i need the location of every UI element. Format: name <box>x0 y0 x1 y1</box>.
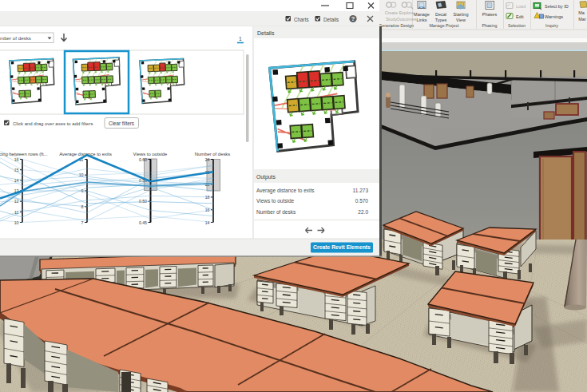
svg-text:Clear filters: Clear filters <box>109 121 134 126</box>
svg-text:Manage Project: Manage Project <box>429 23 459 28</box>
svg-text:Number of desks: Number of desks <box>195 152 231 156</box>
svg-text:Select by ID: Select by ID <box>545 4 569 9</box>
svg-text:?: ? <box>351 15 355 22</box>
svg-text:Charts: Charts <box>294 17 309 22</box>
svg-text:Inquiry: Inquiry <box>545 23 558 28</box>
svg-text:0.45: 0.45 <box>139 220 147 225</box>
svg-text:Generative Design: Generative Design <box>379 23 414 28</box>
svg-text:0.60: 0.60 <box>139 157 147 162</box>
svg-text:0.570: 0.570 <box>355 198 369 204</box>
svg-text:Click and drag over axes to ad: Click and drag over axes to add filters <box>13 121 93 126</box>
svg-text:Warnings: Warnings <box>545 14 563 19</box>
svg-text:Explore: Explore <box>399 10 414 15</box>
svg-text:11.273: 11.273 <box>353 188 369 193</box>
svg-text:1: 1 <box>239 36 242 42</box>
svg-text:7: 7 <box>81 220 84 225</box>
svg-text:Decal: Decal <box>435 12 446 17</box>
svg-text:Load: Load <box>516 4 526 9</box>
svg-text:Study: Study <box>386 17 397 22</box>
svg-text:Types: Types <box>435 18 447 22</box>
svg-text:Manage: Manage <box>414 12 430 17</box>
svg-text:Number of desks: Number of desks <box>256 209 296 215</box>
svg-text:Links: Links <box>417 18 427 22</box>
svg-text:Views to outside: Views to outside <box>133 152 169 156</box>
svg-text:Selection: Selection <box>508 23 526 28</box>
svg-text:View: View <box>456 18 466 22</box>
svg-text:Mar: Mar <box>578 17 586 22</box>
svg-text:14: 14 <box>205 220 210 225</box>
svg-text:Edit: Edit <box>516 14 524 19</box>
svg-text:Ma: Ma <box>578 10 585 15</box>
svg-text:mber of desks: mber of desks <box>0 35 31 41</box>
svg-text:Starting: Starting <box>454 12 469 17</box>
svg-text:Create: Create <box>385 10 399 15</box>
svg-text:Views to outside: Views to outside <box>256 198 295 204</box>
svg-text:Phasing: Phasing <box>482 23 497 28</box>
svg-text:Create Revit Elements: Create Revit Elements <box>313 244 371 250</box>
svg-text:Outcomes: Outcomes <box>396 17 416 22</box>
svg-text:Average distance to exits: Average distance to exits <box>256 188 315 194</box>
svg-text:Outputs: Outputs <box>256 174 276 180</box>
svg-text:24: 24 <box>205 157 210 162</box>
svg-text:Details: Details <box>257 30 275 36</box>
svg-text:Details: Details <box>323 17 339 22</box>
svg-text:Phases: Phases <box>482 12 498 17</box>
svg-text:10: 10 <box>14 220 19 225</box>
svg-text:22.0: 22.0 <box>358 209 368 215</box>
